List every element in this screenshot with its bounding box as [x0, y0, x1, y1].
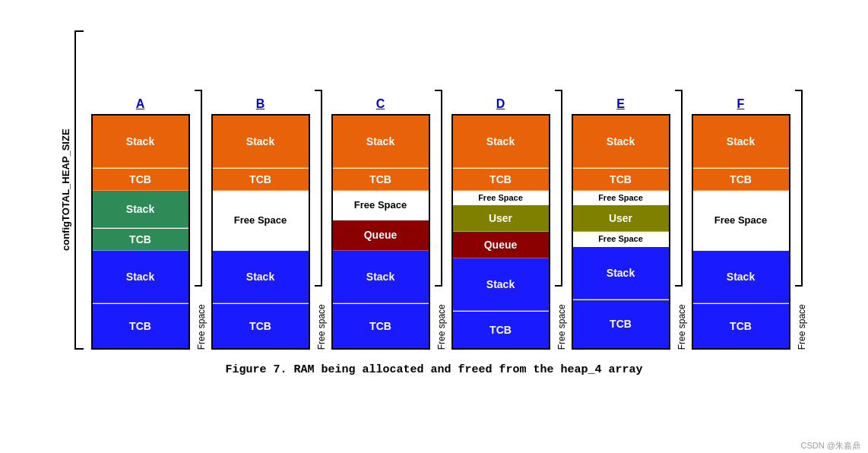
- cell-f-free-space: Free Space: [693, 191, 789, 251]
- left-bracket: [74, 30, 84, 350]
- y-axis-label: configTOTAL_HEAP_SIZE: [60, 30, 71, 350]
- free-space-label-b: Free space: [316, 287, 327, 350]
- cell-d-tcb-blue: TCB: [453, 311, 549, 348]
- cell-a-stack-green: Stack: [93, 191, 188, 228]
- column-e: E Stack TCB Free Space User Free Space S…: [572, 97, 670, 350]
- cell-d-stack-orange: Stack: [453, 116, 549, 168]
- column-b: B Stack TCB Free Space Stack TCB: [211, 97, 310, 350]
- column-f: F Stack TCB Free Space Stack TCB: [692, 97, 790, 350]
- cell-e-stack-blue: Stack: [573, 247, 669, 299]
- free-space-label-e: Free space: [676, 287, 687, 350]
- cell-e-stack-orange: Stack: [573, 116, 669, 168]
- cell-e-free-space-top: Free Space: [573, 191, 669, 206]
- col-b-label: B: [256, 97, 265, 111]
- col-d-label: D: [496, 97, 505, 111]
- col-f-label: F: [737, 97, 745, 111]
- free-space-bracket-b: Free space: [315, 30, 327, 350]
- cell-e-user: User: [573, 205, 669, 232]
- cell-e-tcb-orange: TCB: [573, 168, 669, 191]
- cell-b-tcb-orange: TCB: [213, 168, 309, 191]
- cell-e-free-space-bot: Free Space: [573, 232, 669, 247]
- free-space-label-f: Free space: [797, 287, 807, 350]
- col-c-body: Stack TCB Free Space Queue Stack TCB: [331, 114, 430, 350]
- free-space-label-d: Free space: [556, 287, 567, 350]
- cell-c-stack-orange: Stack: [333, 116, 429, 168]
- cell-b-stack-orange: Stack: [213, 116, 309, 168]
- watermark: CSDN @朱嘉鼎: [801, 440, 860, 451]
- cell-c-stack-blue: Stack: [333, 251, 429, 303]
- column-c: C Stack TCB Free Space Queue Stack TCB: [331, 97, 430, 350]
- free-space-bracket-d: Free space: [555, 30, 567, 350]
- cell-d-queue: Queue: [453, 232, 549, 258]
- col-d-body: Stack TCB Free Space User Queue Stack TC…: [451, 114, 550, 350]
- free-space-label-c: Free space: [436, 287, 447, 350]
- free-space-bracket-f: Free space: [795, 30, 807, 350]
- cell-a-tcb-green: TCB: [93, 228, 188, 251]
- column-a: A Stack TCB Stack TCB Stack TCB: [91, 97, 190, 350]
- cell-d-stack-blue: Stack: [453, 258, 549, 311]
- cell-f-tcb-orange: TCB: [693, 168, 789, 191]
- col-f-body: Stack TCB Free Space Stack TCB: [692, 114, 790, 350]
- cell-a-tcb-blue: TCB: [93, 303, 188, 348]
- free-space-label-a: Free space: [196, 287, 207, 350]
- cell-a-stack-blue: Stack: [93, 251, 188, 303]
- col-c-label: C: [376, 97, 385, 111]
- cell-b-free-space: Free Space: [213, 191, 309, 251]
- cell-f-stack-orange: Stack: [693, 116, 789, 168]
- cell-f-tcb-blue: TCB: [693, 303, 789, 348]
- cell-a-stack-orange: Stack: [93, 116, 188, 168]
- free-space-bracket-c: Free space: [435, 30, 447, 350]
- free-space-bracket-e: Free space: [675, 30, 687, 350]
- cell-d-free-space: Free Space: [453, 191, 549, 206]
- cell-d-user: User: [453, 205, 549, 232]
- figure-caption: Figure 7. RAM being allocated and freed …: [0, 363, 868, 376]
- cell-e-tcb-blue: TCB: [573, 299, 669, 348]
- cell-f-stack-blue: Stack: [693, 251, 789, 303]
- cell-b-stack-blue: Stack: [213, 251, 309, 303]
- col-a-body: Stack TCB Stack TCB Stack TCB: [91, 114, 190, 350]
- cell-b-tcb-blue: TCB: [213, 303, 309, 348]
- col-e-label: E: [616, 97, 625, 111]
- column-d: D Stack TCB Free Space User Queue Stack …: [451, 97, 550, 350]
- cell-c-tcb-orange: TCB: [333, 168, 429, 191]
- col-a-label: A: [136, 97, 145, 111]
- cell-d-tcb-orange: TCB: [453, 168, 549, 191]
- col-b-body: Stack TCB Free Space Stack TCB: [211, 114, 310, 350]
- col-e-body: Stack TCB Free Space User Free Space Sta…: [572, 114, 670, 350]
- cell-c-tcb-blue: TCB: [333, 303, 429, 348]
- free-space-bracket-a: Free space: [195, 30, 207, 350]
- cell-c-queue: Queue: [333, 220, 429, 250]
- cell-c-free-space: Free Space: [333, 191, 429, 220]
- cell-a-tcb-orange: TCB: [93, 168, 188, 191]
